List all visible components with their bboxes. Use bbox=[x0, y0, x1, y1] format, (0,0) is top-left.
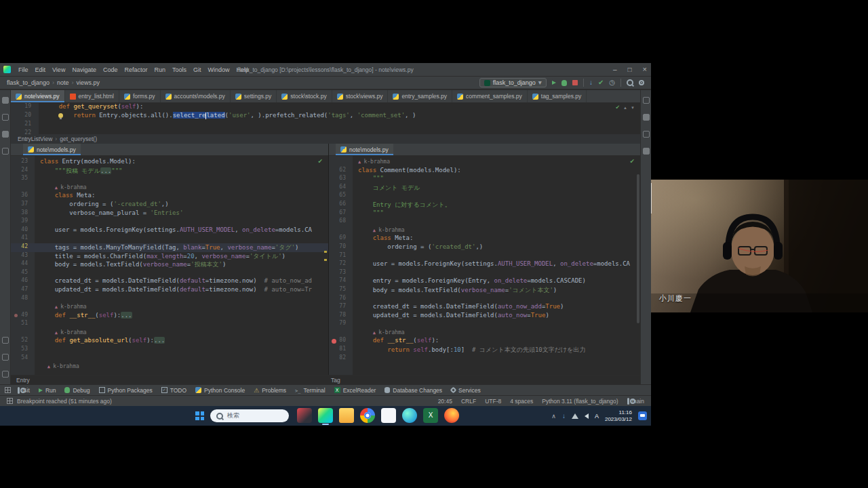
taskbar-search[interactable]: 検索 bbox=[210, 409, 289, 422]
inspection-widget[interactable]: ✔ ▲ ▼ bbox=[615, 104, 635, 110]
stripe-database-icon[interactable] bbox=[643, 114, 650, 121]
breakpoint-icon[interactable] bbox=[332, 339, 336, 344]
status-python-3-11-flask-to-django-[interactable]: Python 3.11 (flask_to_django) bbox=[542, 398, 618, 405]
toolwindow-todo[interactable]: TODO bbox=[161, 387, 186, 394]
menu-view[interactable]: View bbox=[49, 66, 68, 73]
tab-note-models-py[interactable]: note\models.py bbox=[336, 144, 393, 155]
code-text: class Comment(models.Model): bbox=[351, 167, 640, 176]
taskbar-app-firefox[interactable] bbox=[444, 408, 459, 423]
tab-stock-views-py[interactable]: stock\views.py bbox=[332, 90, 389, 102]
stripe-pull-requests-icon[interactable] bbox=[2, 114, 9, 121]
settings-button[interactable] bbox=[639, 80, 644, 85]
menu-git[interactable]: Git bbox=[190, 66, 205, 73]
taskbar-app-explorer[interactable] bbox=[339, 408, 354, 423]
code-text: verbose_name_plural = 'Entries' bbox=[33, 209, 328, 218]
status-crlf[interactable]: CRLF bbox=[461, 398, 476, 405]
taskbar-app-chrome[interactable] bbox=[360, 408, 375, 423]
tab-entry-samples-py[interactable]: entry_samples.py bbox=[388, 90, 452, 102]
vcs-history-button[interactable] bbox=[609, 79, 615, 86]
editor-views-py[interactable]: 19 def get_queryset(self):20 return Entr… bbox=[11, 103, 640, 134]
stripe-version-control-icon[interactable] bbox=[2, 337, 9, 344]
menu-edit[interactable]: Edit bbox=[32, 66, 50, 73]
toolwindow-services[interactable]: Services bbox=[451, 387, 481, 394]
stripe-structure-icon[interactable] bbox=[2, 131, 9, 138]
debug-button[interactable] bbox=[561, 80, 567, 86]
menu-window[interactable]: Window bbox=[205, 66, 233, 73]
prev-problem-icon[interactable]: ▲ bbox=[623, 106, 627, 110]
breadcrumb-flask_to_django[interactable]: flask_to_django bbox=[7, 79, 50, 86]
stripe-terminal-icon[interactable] bbox=[2, 354, 9, 361]
next-problem-icon[interactable]: ▼ bbox=[631, 106, 635, 110]
vcs-commit-button[interactable] bbox=[598, 79, 604, 86]
ime-indicator[interactable]: A bbox=[595, 413, 599, 420]
vcs-update-button[interactable] bbox=[589, 79, 593, 86]
left-editor-pane[interactable]: note\models.py ✔ 23class Entry(models.Mo… bbox=[11, 144, 329, 375]
left-pane-breadcrumb[interactable]: Entry bbox=[16, 377, 30, 384]
tab-comment-samples-py[interactable]: comment_samples.py bbox=[452, 90, 528, 102]
toolwindow-git[interactable]: Git bbox=[18, 387, 30, 394]
taskbar-app-excel[interactable] bbox=[423, 408, 438, 423]
menu-navigate[interactable]: Navigate bbox=[68, 66, 100, 73]
toolwindow-terminal[interactable]: Terminal bbox=[295, 387, 326, 394]
toolwindow-problems[interactable]: Problems bbox=[254, 387, 286, 394]
breadcrumb-note[interactable]: note bbox=[57, 79, 69, 86]
wifi-icon[interactable] bbox=[572, 413, 578, 419]
toolwindow-run[interactable]: Run bbox=[39, 387, 56, 394]
stripe-bookmarks-icon[interactable] bbox=[2, 148, 9, 155]
tab-accounts-models-py[interactable]: accounts\models.py bbox=[161, 90, 231, 102]
stripe-problems-icon[interactable] bbox=[2, 371, 9, 378]
toolwindow-python-console[interactable]: Python Console bbox=[195, 387, 245, 394]
notification-center-button[interactable] bbox=[638, 411, 647, 420]
code-token: 'tags' bbox=[328, 112, 350, 119]
menu-tools[interactable]: Tools bbox=[169, 66, 190, 73]
maximize-button[interactable] bbox=[628, 66, 632, 73]
tab-note-views-py[interactable]: note\views.py bbox=[11, 90, 65, 102]
tab-forms-py[interactable]: forms.py bbox=[119, 90, 161, 102]
menu-code[interactable]: Code bbox=[100, 66, 121, 73]
minimize-button[interactable] bbox=[613, 66, 617, 73]
status-utf-8[interactable]: UTF-8 bbox=[485, 398, 501, 405]
close-button[interactable] bbox=[643, 66, 647, 73]
tab-settings-py[interactable]: settings.py bbox=[231, 90, 277, 102]
tab-stock-stock-py[interactable]: stock\stock.py bbox=[277, 90, 332, 102]
taskbar-app-pycharm-b[interactable] bbox=[318, 408, 333, 423]
menu-run[interactable]: Run bbox=[151, 66, 169, 73]
stripe-notifications-icon[interactable] bbox=[643, 97, 650, 104]
stripe-sciview-icon[interactable] bbox=[643, 131, 650, 138]
tray-clock[interactable]: 11:16 2023/03/12 bbox=[605, 409, 632, 423]
menu-refactor[interactable]: Refactor bbox=[121, 66, 151, 73]
breadcrumb-get-queryset-[interactable]: get_queryset() bbox=[60, 136, 97, 142]
toolwindow-python-packages[interactable]: Python Packages bbox=[99, 387, 153, 394]
breadcrumb-views.py[interactable]: views.py bbox=[77, 79, 100, 86]
taskbar-app-pycharm-a[interactable] bbox=[297, 408, 312, 423]
scrollbar[interactable] bbox=[637, 174, 639, 323]
taskbar-app-edge[interactable] bbox=[402, 408, 417, 423]
toolwindow-debug[interactable]: Debug bbox=[64, 387, 90, 394]
code-token: AUTH_USER_MODEL bbox=[180, 226, 235, 233]
menu-file[interactable]: File bbox=[15, 66, 32, 73]
status-4-spaces[interactable]: 4 spaces bbox=[510, 398, 533, 405]
start-button[interactable] bbox=[195, 411, 204, 420]
intention-bulb-icon[interactable] bbox=[58, 113, 63, 118]
right-editor-pane[interactable]: note\models.py ✔ ▲ k-brahma62class Comme… bbox=[329, 144, 640, 375]
status-main[interactable]: main bbox=[627, 398, 644, 405]
stripe-events-icon[interactable] bbox=[643, 148, 650, 155]
download-icon[interactable] bbox=[562, 413, 566, 420]
hidden-icons-chevron[interactable] bbox=[551, 413, 556, 420]
taskbar-app-notepad[interactable] bbox=[381, 408, 396, 423]
toolwindow-excelreader[interactable]: ExcelReader bbox=[334, 387, 376, 394]
tab-tag-samples-py[interactable]: tag_samples.py bbox=[528, 90, 587, 102]
search-everywhere-button[interactable] bbox=[627, 79, 633, 86]
volume-icon[interactable] bbox=[585, 413, 589, 419]
breadcrumb-entrylistview[interactable]: EntryListView bbox=[18, 136, 52, 142]
run-configuration-select[interactable]: flask_to_django bbox=[479, 78, 547, 87]
tool-window-switcher-icon[interactable] bbox=[5, 387, 11, 393]
stop-button[interactable] bbox=[572, 80, 578, 85]
status-20-45[interactable]: 20:45 bbox=[438, 398, 452, 405]
right-pane-breadcrumb[interactable]: Tag bbox=[331, 377, 340, 384]
run-button[interactable] bbox=[552, 81, 556, 85]
tab-note-models-py[interactable]: note\models.py bbox=[23, 144, 81, 155]
stripe-project-icon[interactable] bbox=[2, 97, 9, 104]
tab-entry-list-html[interactable]: entry_list.html bbox=[65, 90, 119, 102]
toolwindow-database-changes[interactable]: Database Changes bbox=[384, 387, 442, 394]
